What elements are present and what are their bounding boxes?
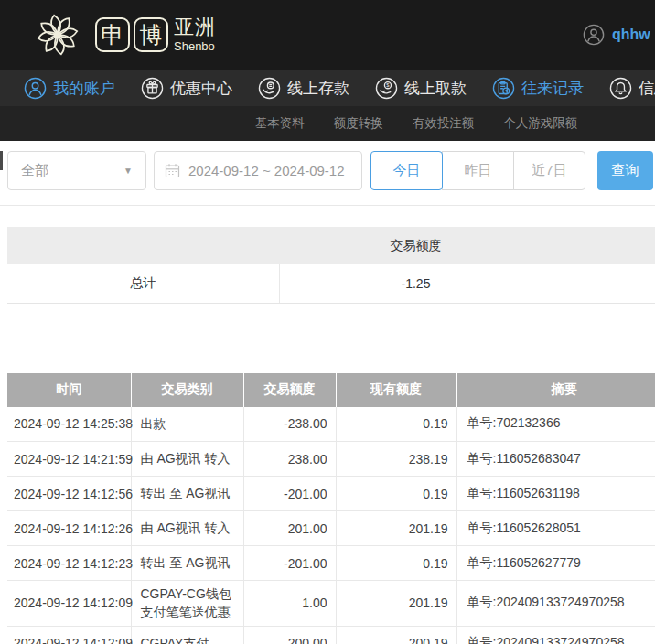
cell-time: 2024-09-12 14:12:09 xyxy=(7,626,131,644)
search-button[interactable]: 查询 xyxy=(597,151,653,190)
cell-type: 由 AG视讯 转入 xyxy=(131,511,243,546)
logo-region-text: 亚洲 xyxy=(174,17,216,38)
yesterday-button[interactable]: 昨日 xyxy=(442,151,514,190)
cell-balance: 201.19 xyxy=(336,581,456,627)
summary-total-label: 总计 xyxy=(7,264,279,303)
col-header-memo: 摘要 xyxy=(456,373,655,407)
cell-time: 2024-09-12 14:21:59 xyxy=(7,442,131,477)
cell-type: 出款 xyxy=(131,407,243,442)
transactions-header-row: 时间 交易类别 交易额度 现有额度 摘要 xyxy=(7,373,655,407)
bell-icon xyxy=(609,77,632,100)
quick-date-button-group: 今日 昨日 近7日 xyxy=(370,151,585,190)
table-row: 2024-09-12 14:12:09 CGPAY支付 200.00 200.1… xyxy=(7,626,655,644)
table-row: 2024-09-12 14:12:09 CGPAY-CG钱包支付笔笔送优惠 1.… xyxy=(7,581,655,627)
summary-total-value: -1.25 xyxy=(279,264,553,303)
cell-amount: 238.00 xyxy=(243,442,336,477)
table-row: 2024-09-12 14:21:59 由 AG视讯 转入 238.00 238… xyxy=(7,442,655,477)
cell-memo: 单号:702132366 xyxy=(456,407,655,442)
cell-amount: -238.00 xyxy=(243,407,336,442)
summary-total-row: 总计 -1.25 xyxy=(7,264,655,303)
summary-header-cell xyxy=(553,227,655,264)
cell-amount: -201.00 xyxy=(243,546,336,581)
cell-memo: 单号:116052631198 xyxy=(456,477,655,511)
date-range-input[interactable]: 2024-09-12 ~ 2024-09-12 xyxy=(154,151,362,190)
date-range-value: 2024-09-12 ~ 2024-09-12 xyxy=(188,163,345,178)
cell-balance: 201.19 xyxy=(336,511,456,546)
nav-item-label: 信息 xyxy=(639,78,655,99)
cell-amount: 201.00 xyxy=(243,511,336,546)
nav-item-messages[interactable]: 信息 xyxy=(609,77,655,100)
user-icon xyxy=(24,77,47,100)
cell-type: 由 AG视讯 转入 xyxy=(131,442,243,477)
main-nav: 我的账户 优惠中心 线上存款 xyxy=(0,70,655,106)
deposit-icon xyxy=(258,77,281,100)
logo-subtitle: Shenbo xyxy=(174,40,216,52)
nav-item-label: 线上存款 xyxy=(287,78,349,99)
tab-credit-transfer[interactable]: 额度转换 xyxy=(334,115,383,132)
last7days-button[interactable]: 近7日 xyxy=(513,151,585,190)
today-button[interactable]: 今日 xyxy=(370,151,443,190)
table-row: 2024-09-12 14:12:23 转出 至 AG视讯 -201.00 0.… xyxy=(7,546,655,581)
logo-char-shen: 申 xyxy=(95,17,130,52)
table-row: 2024-09-12 14:25:38 出款 -238.00 0.19 单号:7… xyxy=(7,407,655,442)
cell-memo: 单号:202409133724970258 xyxy=(456,581,655,627)
col-header-amount: 交易额度 xyxy=(243,373,336,407)
chevron-down-icon: ▼ xyxy=(123,166,133,176)
nav-item-label: 优惠中心 xyxy=(170,78,232,99)
table-row: 2024-09-12 14:12:26 由 AG视讯 转入 201.00 201… xyxy=(7,511,655,546)
col-header-time: 时间 xyxy=(7,373,131,407)
cell-balance: 0.19 xyxy=(336,477,456,511)
summary-empty-cell xyxy=(553,264,655,303)
nav-item-promotions[interactable]: 优惠中心 xyxy=(141,77,232,100)
records-icon xyxy=(492,77,515,100)
cell-balance: 0.19 xyxy=(336,407,456,442)
nav-item-transaction-records[interactable]: 往来记录 xyxy=(492,77,584,100)
brand-logo[interactable]: 申 博 亚洲 Shenbo xyxy=(31,8,216,61)
cell-type: 转出 至 AG视讯 xyxy=(131,477,243,511)
cell-type: CGPAY支付 xyxy=(131,626,243,644)
cell-time: 2024-09-12 14:12:56 xyxy=(7,477,131,511)
tab-valid-bets[interactable]: 有效投注额 xyxy=(413,115,475,132)
nav-item-deposit[interactable]: 线上存款 xyxy=(258,77,349,100)
summary-table: 交易额度 总计 -1.25 xyxy=(7,227,655,304)
col-header-type: 交易类别 xyxy=(131,373,243,407)
cell-time: 2024-09-12 14:12:09 xyxy=(7,581,131,627)
tab-basic-info[interactable]: 基本资料 xyxy=(255,115,305,132)
withdraw-icon: $ xyxy=(375,77,398,100)
logo-char-bo: 博 xyxy=(134,17,168,52)
nav-item-withdraw[interactable]: $ 线上取款 xyxy=(375,77,467,100)
summary-header-cell: 交易额度 xyxy=(279,227,553,264)
cell-time: 2024-09-12 14:25:38 xyxy=(7,407,131,442)
flower-logo-icon xyxy=(31,8,84,61)
cell-memo: 单号:116052683047 xyxy=(456,442,655,477)
user-area[interactable]: qhhw xyxy=(583,0,650,70)
nav-item-label: 我的账户 xyxy=(53,78,115,99)
filter-bar: 全部 ▼ 2024-09-12 ~ 2024-09-12 今日 昨日 近7日 查… xyxy=(7,151,655,190)
username-text[interactable]: qhhw xyxy=(612,27,650,43)
cell-memo: 单号:202409133724970258 xyxy=(456,626,655,644)
left-edge-artifact xyxy=(0,151,3,170)
page: 申 博 亚洲 Shenbo qhhw 我的账户 xyxy=(0,0,655,644)
calendar-icon xyxy=(165,163,180,178)
cell-balance: 0.19 xyxy=(336,546,456,581)
cell-memo: 单号:116052628051 xyxy=(456,511,655,546)
cell-amount: -201.00 xyxy=(243,477,336,511)
transaction-type-select[interactable]: 全部 ▼ xyxy=(7,151,146,190)
table-row: 2024-09-12 14:12:56 转出 至 AG视讯 -201.00 0.… xyxy=(7,477,655,511)
cell-amount: 1.00 xyxy=(243,581,336,627)
summary-header-row: 交易额度 xyxy=(7,227,655,264)
nav-item-label: 线上取款 xyxy=(404,78,467,99)
svg-text:$: $ xyxy=(386,82,390,88)
nav-item-my-account[interactable]: 我的账户 xyxy=(24,77,115,100)
sub-nav: 基本资料 额度转换 有效投注额 个人游戏限额 xyxy=(0,106,655,141)
summary-header-cell xyxy=(7,227,279,264)
top-header: 申 博 亚洲 Shenbo qhhw xyxy=(0,0,655,70)
logo-region-block: 亚洲 Shenbo xyxy=(174,17,216,52)
col-header-balance: 现有额度 xyxy=(336,373,456,407)
tab-personal-game-limit[interactable]: 个人游戏限额 xyxy=(503,115,577,132)
cell-time: 2024-09-12 14:12:26 xyxy=(7,511,131,546)
user-avatar-icon xyxy=(583,24,605,46)
cell-type: CGPAY-CG钱包支付笔笔送优惠 xyxy=(131,581,243,627)
select-value: 全部 xyxy=(21,162,48,179)
cell-memo: 单号:116052627779 xyxy=(456,546,655,581)
